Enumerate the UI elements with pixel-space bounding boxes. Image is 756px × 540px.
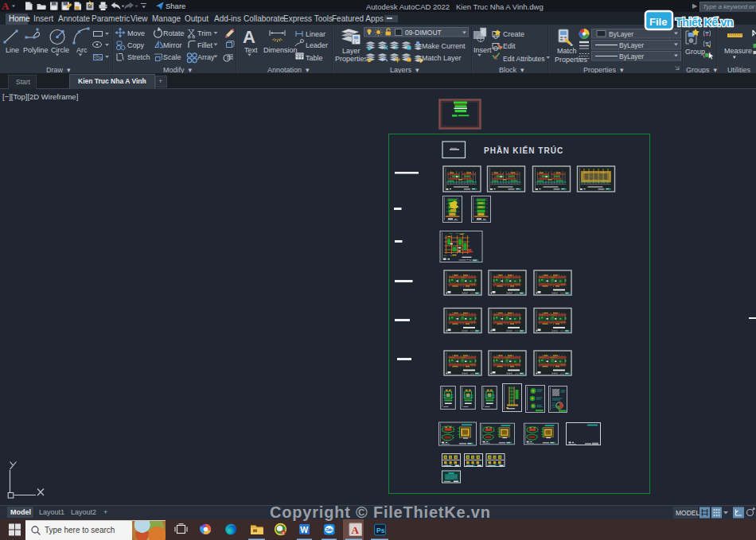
svg-text:PHẦN KIẾN TRÚC: PHẦN KIẾN TRÚC: [484, 146, 563, 155]
svg-text:Ps: Ps: [376, 526, 385, 534]
svg-text:ByLayer: ByLayer: [609, 30, 633, 38]
svg-text:A: A: [2, 0, 10, 12]
svg-text:Zalo: Zalo: [326, 527, 333, 532]
svg-text:A: A: [352, 524, 360, 536]
svg-text:A: A: [243, 27, 255, 47]
svg-text:09-DIMOUT: 09-DIMOUT: [405, 29, 442, 37]
svg-text:ByLayer: ByLayer: [619, 41, 644, 49]
svg-text:Share: Share: [166, 2, 185, 10]
svg-text:File: File: [649, 16, 667, 28]
svg-text:W: W: [300, 525, 308, 534]
svg-text:Thiết Kế.vn: Thiết Kế.vn: [676, 16, 733, 29]
svg-text:ByLayer: ByLayer: [619, 52, 644, 60]
svg-text:q: q: [283, 530, 285, 535]
